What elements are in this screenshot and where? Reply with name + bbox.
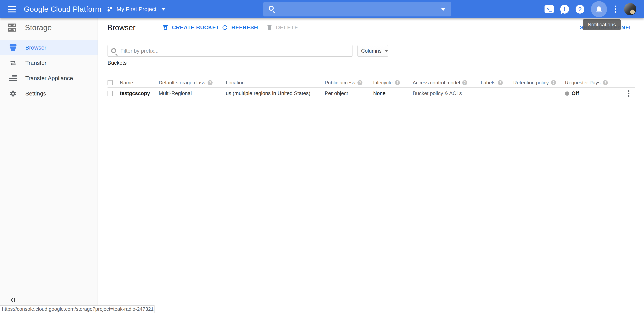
row-more-options-button[interactable] bbox=[627, 90, 630, 98]
col-header-requester-pays[interactable]: Requester Pays? bbox=[565, 80, 622, 86]
trash-icon bbox=[266, 24, 273, 31]
help-icon[interactable]: ? bbox=[498, 80, 503, 85]
col-header-storage-class[interactable]: Default storage class? bbox=[159, 80, 226, 86]
col-header-access-control[interactable]: Access control model? bbox=[413, 80, 481, 86]
notifications-bell-icon bbox=[595, 5, 603, 13]
product-logo: Google Cloud Platform bbox=[24, 0, 102, 18]
transfer-appliance-icon bbox=[9, 74, 17, 82]
bucket-icon bbox=[9, 44, 17, 51]
help-icon[interactable]: ? bbox=[551, 80, 556, 85]
collapse-sidebar-icon[interactable] bbox=[9, 296, 16, 304]
search-scope-caret-icon[interactable] bbox=[441, 8, 446, 11]
table-row[interactable]: testgcscopy Multi-Regional us (multiple … bbox=[108, 88, 634, 99]
cell-public-access: Per object bbox=[325, 91, 373, 96]
notifications-button[interactable] bbox=[591, 1, 607, 17]
sidebar-title: Storage bbox=[25, 23, 52, 32]
feedback-icon: ! bbox=[560, 5, 569, 13]
page-title: Browser bbox=[107, 18, 136, 37]
col-header-retention-policy[interactable]: Retention policy? bbox=[513, 80, 565, 86]
help-icon[interactable]: ? bbox=[462, 80, 467, 85]
bucket-name-link[interactable]: testgcscopy bbox=[120, 91, 150, 96]
col-header-name[interactable]: Name bbox=[120, 80, 159, 86]
appbar-search[interactable] bbox=[263, 2, 451, 16]
refresh-icon bbox=[222, 24, 228, 31]
col-header-public-access[interactable]: Public access? bbox=[325, 80, 373, 86]
sidebar-item-settings[interactable]: Settings bbox=[0, 86, 98, 101]
sidebar-header: Storage bbox=[0, 18, 98, 37]
hamburger-menu-icon[interactable] bbox=[8, 6, 16, 12]
help-button[interactable]: ? bbox=[576, 5, 584, 13]
appbar-actions: >_ ! ? bbox=[544, 0, 636, 18]
help-icon: ? bbox=[576, 5, 584, 13]
cloud-shell-icon: >_ bbox=[544, 5, 554, 13]
storage-dns-icon bbox=[6, 22, 17, 33]
chevron-down-icon bbox=[385, 50, 388, 52]
cell-requester-pays: Off bbox=[565, 91, 622, 96]
more-options-button[interactable] bbox=[614, 4, 618, 14]
cell-lifecycle: None bbox=[373, 91, 413, 96]
create-bucket-button[interactable]: CREATE BUCKET bbox=[162, 18, 220, 37]
sidebar: Storage Browser Transfer Tr bbox=[0, 18, 98, 313]
project-switcher-icon bbox=[106, 6, 113, 12]
project-selector[interactable]: My First Project bbox=[106, 0, 166, 18]
col-header-lifecycle[interactable]: Lifecycle? bbox=[373, 80, 413, 86]
row-checkbox[interactable] bbox=[108, 91, 113, 96]
cloud-shell-button[interactable]: >_ bbox=[544, 5, 554, 13]
gcp-console-screen: Google Cloud Platform My First Project >… bbox=[0, 0, 644, 313]
project-name: My First Project bbox=[116, 6, 156, 12]
cell-location: us (multiple regions in United States) bbox=[226, 91, 325, 96]
gear-icon bbox=[9, 90, 17, 97]
buckets-table: Name Default storage class? Location Pub… bbox=[108, 78, 634, 99]
main-content: Columns Buckets Name Default storage cla… bbox=[98, 37, 644, 313]
sidebar-nav: Browser Transfer Transfer Appliance bbox=[0, 37, 98, 101]
avatar[interactable] bbox=[624, 3, 636, 15]
appbar-search-input[interactable] bbox=[263, 2, 451, 16]
refresh-button[interactable]: REFRESH bbox=[222, 18, 258, 37]
sidebar-item-transfer-appliance[interactable]: Transfer Appliance bbox=[0, 71, 98, 86]
toolbar: Browser CREATE BUCKET REFRESH DELETE SHO… bbox=[98, 18, 644, 37]
requester-pays-status-dot bbox=[565, 91, 569, 96]
app-bar: Google Cloud Platform My First Project >… bbox=[0, 0, 644, 18]
table-header-row: Name Default storage class? Location Pub… bbox=[108, 78, 634, 88]
help-icon[interactable]: ? bbox=[208, 80, 212, 85]
col-header-location[interactable]: Location bbox=[226, 80, 325, 86]
notifications-tooltip: Notifications bbox=[583, 19, 621, 30]
sidebar-item-transfer[interactable]: Transfer bbox=[0, 55, 98, 71]
columns-dropdown[interactable]: Columns bbox=[358, 45, 388, 57]
filter-input[interactable] bbox=[108, 45, 352, 56]
chevron-down-icon bbox=[162, 8, 166, 10]
cell-storage-class: Multi-Regional bbox=[159, 91, 226, 96]
sidebar-item-browser[interactable]: Browser bbox=[0, 40, 98, 55]
create-bucket-icon bbox=[162, 24, 169, 31]
cell-access-control: Bucket policy & ACLs bbox=[413, 91, 481, 96]
delete-button[interactable]: DELETE bbox=[266, 18, 298, 37]
filter-box bbox=[108, 45, 352, 57]
help-icon[interactable]: ? bbox=[358, 80, 362, 85]
select-all-checkbox[interactable] bbox=[108, 80, 113, 85]
status-url: https://console.cloud.google.com/storage… bbox=[0, 305, 154, 313]
col-header-labels[interactable]: Labels? bbox=[481, 80, 513, 86]
feedback-button[interactable]: ! bbox=[560, 5, 569, 13]
buckets-section-label: Buckets bbox=[108, 60, 127, 66]
transfer-arrows-icon bbox=[9, 59, 17, 67]
help-icon[interactable]: ? bbox=[395, 80, 400, 85]
help-icon[interactable]: ? bbox=[603, 80, 608, 85]
